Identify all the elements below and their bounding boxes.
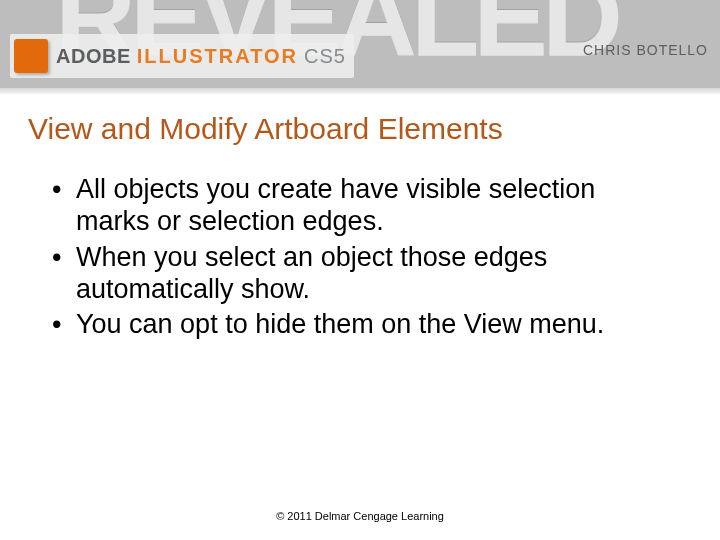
header-banner: REVEALED ADOBE ILLUSTRATOR CS5 CHRIS BOT… bbox=[0, 0, 720, 88]
list-item: All objects you create have visible sele… bbox=[52, 174, 672, 238]
product-swatch-icon bbox=[14, 39, 48, 73]
brand-label: ADOBE bbox=[56, 45, 131, 68]
list-item: You can opt to hide them on the View men… bbox=[52, 309, 672, 341]
product-label: ILLUSTRATOR bbox=[137, 45, 298, 68]
banner-lip bbox=[0, 88, 720, 94]
product-badge: ADOBE ILLUSTRATOR CS5 bbox=[10, 34, 354, 78]
list-item: When you select an object those edges au… bbox=[52, 242, 672, 306]
bullet-list: All objects you create have visible sele… bbox=[52, 174, 672, 341]
version-label: CS5 bbox=[304, 45, 346, 68]
slide-title: View and Modify Artboard Elements bbox=[28, 112, 720, 146]
footer-copyright: © 2011 Delmar Cengage Learning bbox=[0, 510, 720, 522]
author-label: CHRIS BOTELLO bbox=[583, 42, 708, 58]
